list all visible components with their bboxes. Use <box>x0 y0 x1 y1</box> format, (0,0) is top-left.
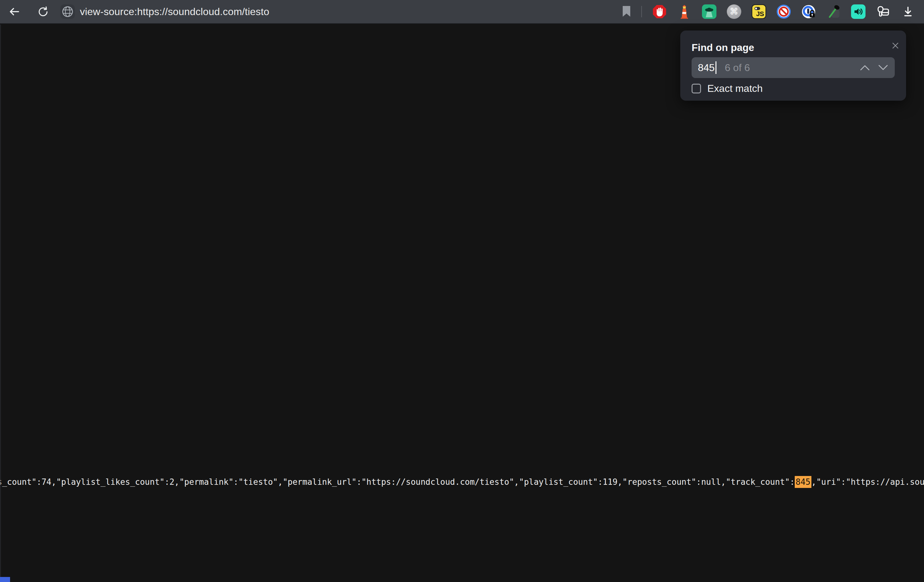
site-identity-chip[interactable] <box>60 4 75 19</box>
extension-js-toggle-button[interactable]: JS <box>752 4 766 19</box>
extension-password-manager-button[interactable] <box>801 4 816 19</box>
close-icon <box>892 42 899 49</box>
bookmark-icon <box>622 6 631 17</box>
source-text-before: s_count":74,"playlist_likes_count":2,"pe… <box>0 477 795 487</box>
find-active-match-highlight: 845 <box>795 476 812 488</box>
exact-match-label: Exact match <box>707 83 763 94</box>
find-panel-title: Find on page <box>691 42 754 53</box>
extension-command-button[interactable]: ⌘ <box>727 4 741 19</box>
lock-icon <box>801 4 816 19</box>
command-key-icon: ⌘ <box>729 7 738 16</box>
lighthouse-icon <box>677 4 691 19</box>
find-query-text: 845 <box>698 62 714 74</box>
extension-color-picker-button[interactable] <box>826 4 841 19</box>
download-icon <box>901 4 915 19</box>
back-arrow-icon <box>8 6 20 17</box>
extension-lighthouse-button[interactable] <box>677 4 691 19</box>
eyedropper-icon <box>826 4 841 19</box>
tab-copy-button[interactable] <box>876 4 890 19</box>
chevron-down-icon <box>878 64 888 71</box>
find-next-button[interactable] <box>878 64 888 71</box>
find-close-button[interactable] <box>892 42 899 50</box>
toolbar-divider <box>641 6 642 17</box>
globe-icon <box>62 6 74 18</box>
js-toggle-switch-icon <box>754 7 760 10</box>
speaker-icon <box>851 4 866 19</box>
extension-adblock-button[interactable] <box>652 4 667 19</box>
find-previous-button[interactable] <box>860 64 870 71</box>
ufo-icon <box>702 4 716 19</box>
source-text-after: ,"uri":"https://api.soun <box>812 477 924 487</box>
address-bar-url[interactable]: view-source:https://soundcloud.com/tiest… <box>80 6 269 18</box>
tab-copy-icon <box>876 4 890 19</box>
view-source-text-line: s_count":74,"playlist_likes_count":2,"pe… <box>0 476 924 488</box>
extension-audio-button[interactable] <box>851 4 866 19</box>
find-on-page-panel: Find on page 845 6 of 6 Exact match <box>680 30 906 101</box>
window-left-edge <box>0 25 1 582</box>
bookmark-button[interactable] <box>622 6 631 17</box>
reload-button[interactable] <box>37 6 48 17</box>
exact-match-row: Exact match <box>691 83 763 94</box>
stop-hand-icon <box>652 4 667 19</box>
browser-toolbar: view-source:https://soundcloud.com/tiest… <box>0 0 924 24</box>
extension-blocker-button[interactable] <box>777 4 791 19</box>
chevron-up-icon <box>860 64 870 71</box>
find-search-input[interactable]: 845 6 of 6 <box>691 57 895 78</box>
extension-ufo-button[interactable] <box>702 4 716 19</box>
toolbar-right-cluster: ⌘ JS <box>622 4 915 19</box>
find-match-count: 6 of 6 <box>724 62 750 74</box>
back-button[interactable] <box>8 6 20 17</box>
bottom-left-blue-indicator <box>0 577 10 582</box>
text-caret <box>716 61 716 74</box>
js-badge-label: JS <box>756 10 764 18</box>
exact-match-checkbox[interactable] <box>691 84 701 93</box>
reload-icon <box>37 6 48 17</box>
no-entry-icon <box>777 4 791 19</box>
downloads-button[interactable] <box>901 4 915 19</box>
